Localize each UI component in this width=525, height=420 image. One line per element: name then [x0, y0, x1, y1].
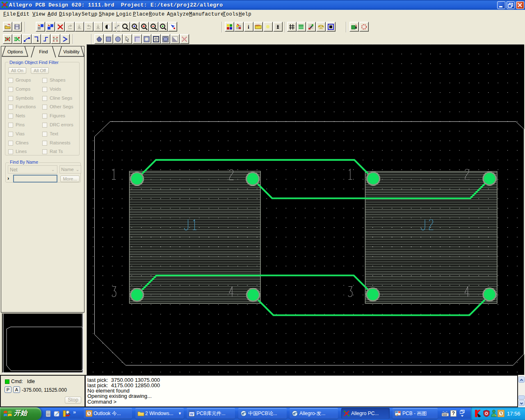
svg-text:e: e [293, 411, 296, 416]
svg-text:i: i [248, 24, 249, 30]
svg-text:123: 123 [256, 24, 260, 27]
svg-text:e: e [242, 411, 244, 416]
svg-text:W: W [190, 412, 194, 416]
